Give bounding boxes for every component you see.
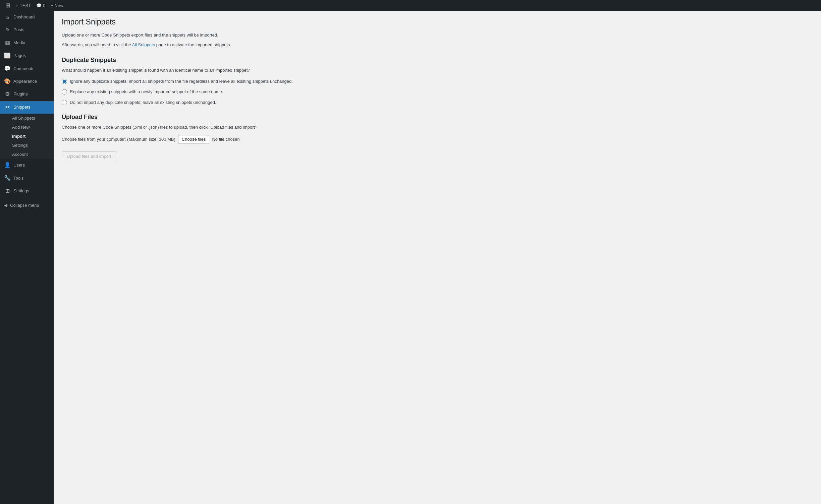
sidebar-label-plugins: Plugins: [13, 91, 28, 97]
sidebar-label-appearance: Appearance: [13, 78, 37, 84]
main-content: Import Snippets Upload one or more Code …: [54, 11, 821, 504]
new-content-button[interactable]: + New: [48, 0, 66, 11]
sidebar-label-tools: Tools: [13, 175, 23, 181]
pages-icon: ⬜: [4, 52, 11, 59]
wp-logo-button[interactable]: ⊞: [3, 0, 13, 11]
sidebar-item-media[interactable]: ▦ Media: [0, 37, 54, 49]
comments-count: 0: [43, 3, 45, 8]
submenu-settings[interactable]: Settings: [0, 141, 54, 150]
radio-skip-label: Do not import any duplicate snippets; le…: [70, 99, 216, 106]
no-file-label: No file chosen: [212, 137, 239, 142]
site-name: TEST: [20, 3, 31, 8]
upload-description: Choose one or more Code Snippets (.xml o…: [62, 125, 813, 130]
sidebar-label-settings: Settings: [13, 188, 29, 194]
radio-skip-input[interactable]: [62, 100, 67, 105]
file-chooser-prefix: Choose files from your computer: (Maximu…: [62, 137, 175, 142]
comments-icon: 💬: [36, 3, 42, 8]
radio-option-replace[interactable]: Replace any existing snippets with a new…: [62, 88, 813, 95]
radio-option-skip[interactable]: Do not import any duplicate snippets; le…: [62, 99, 813, 106]
sidebar-label-media: Media: [13, 40, 25, 46]
sidebar-item-users[interactable]: 👤 Users: [0, 159, 54, 172]
comments-button[interactable]: 💬 0: [34, 0, 48, 11]
collapse-icon: ◀: [4, 203, 7, 208]
appearance-icon: 🎨: [4, 78, 11, 85]
site-name-button[interactable]: ⌂ TEST: [13, 0, 34, 11]
sidebar-label-dashboard: Dashboard: [13, 14, 35, 20]
upload-files-button[interactable]: Upload files and import: [62, 151, 116, 161]
snippets-submenu: All Snippets Add New Import Settings Acc…: [0, 114, 54, 159]
sidebar-item-tools[interactable]: 🔧 Tools: [0, 172, 54, 185]
radio-replace-input[interactable]: [62, 89, 67, 94]
sidebar-item-settings[interactable]: ⊞ Settings: [0, 185, 54, 197]
file-chooser-row: Choose files from your computer: (Maximu…: [62, 135, 813, 143]
sidebar-item-comments[interactable]: 💬 Comments: [0, 62, 54, 75]
wp-logo-icon: ⊞: [5, 2, 10, 9]
plugins-icon: ⚙: [4, 90, 11, 98]
submenu-add-new[interactable]: Add New: [0, 123, 54, 132]
topbar: ⊞ ⌂ TEST 💬 0 + New: [0, 0, 821, 11]
intro-line2: Afterwards, you will need to visit the A…: [62, 42, 813, 49]
sidebar-item-appearance[interactable]: 🎨 Appearance: [0, 75, 54, 88]
sidebar-label-posts: Posts: [13, 27, 24, 33]
tools-icon: 🔧: [4, 175, 11, 182]
upload-section-title: Upload Files: [62, 114, 813, 121]
media-icon: ▦: [4, 39, 11, 47]
all-snippets-link[interactable]: All Snippets: [132, 42, 155, 47]
collapse-label: Collapse menu: [10, 203, 39, 208]
settings-icon: ⊞: [4, 187, 11, 195]
home-icon: ⌂: [16, 3, 18, 8]
radio-replace-label: Replace any existing snippets with a new…: [70, 88, 223, 95]
dashboard-icon: ⌂: [4, 13, 11, 21]
new-label: + New: [51, 3, 63, 8]
duplicate-section-title: Duplicate Snippets: [62, 57, 813, 64]
sidebar-label-pages: Pages: [13, 53, 26, 59]
collapse-menu-button[interactable]: ◀ Collapse menu: [0, 200, 54, 210]
radio-ignore-label: Ignore any duplicate snippets: import al…: [70, 78, 293, 85]
choose-files-button[interactable]: Choose files: [178, 135, 210, 143]
sidebar-label-snippets: Snippets: [13, 104, 31, 110]
sidebar-label-comments: Comments: [13, 66, 35, 72]
upload-section: Upload Files Choose one or more Code Sni…: [62, 114, 813, 161]
snippets-icon: ✂: [4, 104, 11, 111]
sidebar-item-dashboard[interactable]: ⌂ Dashboard: [0, 11, 54, 23]
sidebar-item-plugins[interactable]: ⚙ Plugins: [0, 88, 54, 101]
users-icon: 👤: [4, 162, 11, 169]
sidebar: ⌂ Dashboard ✎ Posts ▦ Media ⬜ Pages 💬 Co…: [0, 11, 54, 504]
radio-option-ignore[interactable]: Ignore any duplicate snippets: import al…: [62, 78, 813, 85]
duplicate-question: What should happen if an existing snippe…: [62, 68, 813, 73]
comments-nav-icon: 💬: [4, 65, 11, 72]
intro-line1: Upload one or more Code Snippets export …: [62, 32, 813, 39]
radio-ignore-input[interactable]: [62, 79, 67, 84]
sidebar-item-snippets[interactable]: ✂ Snippets: [0, 101, 54, 114]
submenu-all-snippets[interactable]: All Snippets: [0, 114, 54, 123]
intro-prefix: Afterwards, you will need to visit the: [62, 42, 132, 47]
intro-suffix: page to activate the imported snippets.: [155, 42, 231, 47]
submenu-account[interactable]: Account: [0, 150, 54, 159]
posts-icon: ✎: [4, 26, 11, 34]
sidebar-item-pages[interactable]: ⬜ Pages: [0, 49, 54, 62]
layout: ⌂ Dashboard ✎ Posts ▦ Media ⬜ Pages 💬 Co…: [0, 11, 821, 504]
sidebar-label-users: Users: [13, 162, 25, 168]
sidebar-item-posts[interactable]: ✎ Posts: [0, 23, 54, 36]
submenu-import[interactable]: Import: [0, 132, 54, 141]
page-title: Import Snippets: [62, 17, 813, 26]
